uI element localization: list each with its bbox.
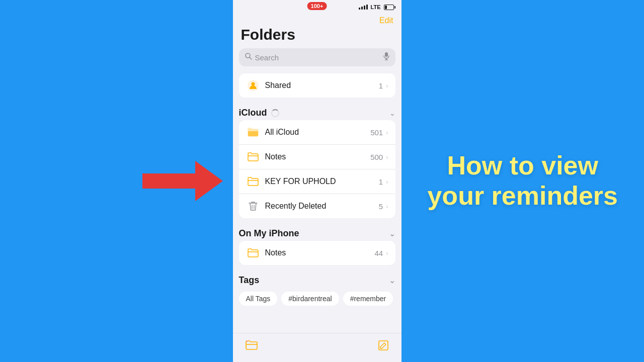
on-my-iphone-list: Notes 44 ›	[239, 241, 395, 265]
folders-toolbar-icon[interactable]: 1	[245, 339, 258, 354]
compose-toolbar-icon[interactable]	[377, 339, 389, 354]
tags-collapse-icon[interactable]: ⌄	[389, 276, 395, 285]
tags-title: Tags	[239, 275, 260, 286]
icloud-notes-item[interactable]: Notes 500 ›	[239, 145, 395, 169]
mic-icon	[383, 52, 389, 62]
how-to-line1: How to view	[447, 151, 598, 180]
tags-row: All Tags #birdarentreal #remember	[239, 288, 395, 308]
main-content: Edit Folders Search	[233, 14, 401, 362]
tags-section-header: Tags ⌄	[233, 272, 401, 288]
on-my-iphone-collapse-icon[interactable]: ⌄	[389, 229, 395, 238]
icloud-collapse-icon[interactable]: ⌄	[389, 109, 395, 117]
on-my-iphone-title: On My iPhone	[239, 228, 299, 239]
page-title: Folders	[233, 25, 401, 48]
how-to-line2: your reminders	[427, 181, 618, 210]
chevron-icon: ›	[386, 153, 388, 161]
battery-icon	[384, 5, 395, 10]
folder-icon	[246, 150, 260, 164]
bottom-toolbar: 1	[233, 333, 401, 362]
signal-icon	[359, 5, 368, 10]
search-placeholder: Search	[255, 53, 380, 62]
loading-spinner	[271, 109, 279, 117]
icloud-notes-label: Notes	[265, 152, 371, 161]
chevron-icon: ›	[386, 82, 388, 89]
on-my-iphone-notes-label: Notes	[265, 248, 375, 257]
edit-button[interactable]: Edit	[379, 16, 393, 25]
icloud-title: iCloud	[239, 108, 267, 118]
shared-item[interactable]: Shared 1 ›	[239, 73, 395, 98]
right-text-area: How to view your reminders	[401, 0, 645, 362]
status-bar: 100+ LTE	[233, 0, 401, 14]
all-icloud-label: All iCloud	[265, 128, 371, 137]
icloud-notes-count: 500	[370, 153, 383, 161]
tag-birdarentreal[interactable]: #birdarentreal	[281, 292, 339, 306]
notification-badge: 100+	[307, 2, 327, 10]
folder-open-icon	[246, 125, 260, 139]
icloud-section-header: iCloud ⌄	[233, 105, 401, 120]
key-uphold-count: 1	[379, 177, 383, 186]
header-row: Edit	[233, 14, 401, 25]
tag-remember[interactable]: #remember	[343, 292, 393, 306]
chevron-icon: ›	[386, 129, 388, 136]
recently-deleted-count: 5	[379, 202, 383, 211]
svg-point-6	[251, 82, 255, 86]
search-bar[interactable]: Search	[239, 48, 395, 66]
on-my-iphone-notes-count: 44	[374, 249, 383, 257]
lte-label: LTE	[371, 4, 381, 10]
person-icon	[246, 78, 260, 93]
all-icloud-item[interactable]: All iCloud 501 ›	[239, 120, 395, 145]
on-my-iphone-section-header: On My iPhone ⌄	[233, 225, 401, 241]
key-uphold-item[interactable]: KEY FOR UPHOLD 1 ›	[239, 169, 395, 194]
trash-icon	[246, 199, 260, 213]
recently-deleted-label: Recently Deleted	[265, 202, 379, 211]
phone-container: 100+ LTE Edit Folders	[233, 0, 401, 362]
key-uphold-label: KEY FOR UPHOLD	[265, 177, 379, 186]
recently-deleted-item[interactable]: Recently Deleted 5 ›	[239, 194, 395, 218]
search-icon	[245, 53, 252, 62]
svg-text:1: 1	[247, 339, 249, 343]
shared-count: 1	[379, 81, 383, 90]
all-icloud-count: 501	[370, 128, 383, 137]
left-area	[0, 0, 233, 362]
folder-icon	[246, 174, 260, 189]
shared-section: Shared 1 ›	[239, 73, 395, 98]
chevron-icon: ›	[386, 178, 388, 186]
icloud-list: All iCloud 501 › Notes 500 ›	[239, 120, 395, 218]
on-my-iphone-notes-item[interactable]: Notes 44 ›	[239, 241, 395, 265]
folder-icon	[246, 246, 260, 260]
svg-line-1	[250, 57, 252, 59]
tags-list: All Tags #birdarentreal #remember	[239, 288, 395, 308]
arrow-indicator	[142, 166, 223, 196]
shared-label: Shared	[265, 81, 379, 90]
chevron-icon: ›	[386, 203, 388, 210]
chevron-icon: ›	[386, 249, 388, 257]
svg-rect-2	[385, 52, 388, 57]
tag-all-tags[interactable]: All Tags	[239, 292, 278, 306]
how-to-heading: How to view your reminders	[427, 151, 618, 211]
